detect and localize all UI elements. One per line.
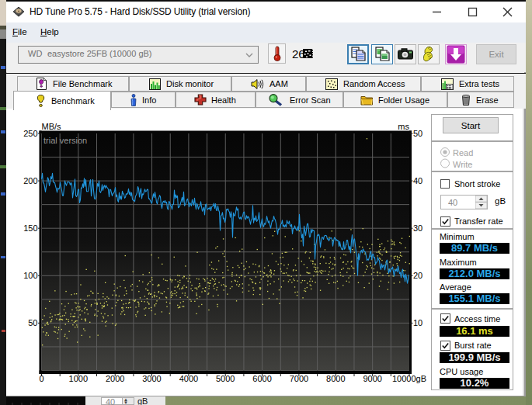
svg-text:ms: ms <box>398 122 409 131</box>
svg-text:MB/s: MB/s <box>42 122 62 131</box>
svg-text:trial version: trial version <box>43 136 87 145</box>
svg-text:200: 200 <box>23 176 37 185</box>
svg-text:50: 50 <box>28 318 37 327</box>
svg-text:50: 50 <box>413 129 422 138</box>
svg-text:20: 20 <box>413 271 422 280</box>
svg-text:250: 250 <box>23 129 37 138</box>
svg-text:150: 150 <box>23 223 37 233</box>
svg-text:30: 30 <box>413 223 422 233</box>
svg-text:10: 10 <box>413 318 422 327</box>
svg-text:40: 40 <box>413 176 422 185</box>
svg-text:100: 100 <box>23 271 37 280</box>
